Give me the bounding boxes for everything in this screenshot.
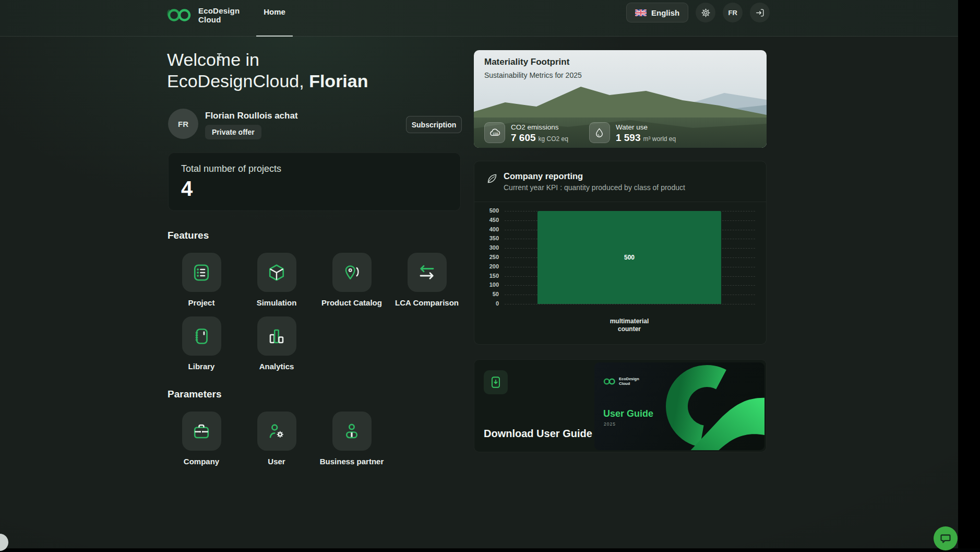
cover-brand-logo: EcoDesign Cloud xyxy=(603,377,639,386)
total-projects-label: Total number of projects xyxy=(181,163,281,174)
infinity-logo-icon xyxy=(166,6,193,25)
feature-library[interactable]: Library xyxy=(164,316,239,371)
stat-co2-emissions-text: CO2 emissions7 605kg CO2 eq xyxy=(511,123,568,143)
bar-multimaterial-counter: 500 xyxy=(537,211,721,304)
chat-bubble-icon xyxy=(939,532,952,545)
y-tick-400: 400 xyxy=(474,226,499,232)
brand-name: EcoDesign Cloud xyxy=(198,6,240,24)
feature-lca-comparison-label: LCA Comparison xyxy=(395,298,459,307)
materiality-footprint-card: Materiality Footprint Sustainability Met… xyxy=(474,50,767,148)
parameters-heading: Parameters xyxy=(168,389,222,400)
stat-co2-emissions: CO2CO2 emissions7 605kg CO2 eq xyxy=(484,122,568,143)
y-tick-0: 0 xyxy=(474,300,499,307)
feature-library-tile[interactable] xyxy=(182,316,221,356)
brand-logo[interactable]: EcoDesign Cloud xyxy=(166,6,240,25)
feature-analytics-label: Analytics xyxy=(259,362,294,371)
feature-simulation[interactable]: Simulation xyxy=(239,253,314,307)
product-catalog-tag-icon xyxy=(342,263,361,282)
header-actions: English FR xyxy=(626,3,770,22)
parameter-company-tile[interactable] xyxy=(182,412,221,451)
features-heading: Features xyxy=(168,230,209,241)
parameters-grid: CompanyUserBusiness partner xyxy=(164,412,389,466)
parameter-business-partner[interactable]: Business partner xyxy=(314,412,389,466)
feature-analytics[interactable]: Analytics xyxy=(239,316,314,371)
svg-text:CO2: CO2 xyxy=(493,132,498,135)
stat-water-use-unit: m³ world eq xyxy=(643,135,676,143)
co2-cloud-icon: CO2 xyxy=(489,127,501,139)
tab-home[interactable]: Home xyxy=(254,0,295,37)
stat-co2-emissions-unit: kg CO2 eq xyxy=(539,135,568,143)
download-user-guide-card[interactable]: Download User Guide xyxy=(474,359,767,452)
water-drop-icon xyxy=(593,127,605,139)
feature-product-catalog[interactable]: Product Catalog xyxy=(314,253,389,307)
y-tick-250: 250 xyxy=(474,254,499,260)
bar-chart: 050100150200250300350400450500500multima… xyxy=(474,161,766,344)
features-grid: ProjectSimulationProduct CatalogLCA Comp… xyxy=(164,253,464,371)
materiality-subtitle: Sustainability Metrics for 2025 xyxy=(484,71,582,79)
screen-edge-bottom xyxy=(0,548,980,552)
feature-lca-comparison-tile[interactable] xyxy=(408,253,447,292)
text-cursor xyxy=(219,53,220,61)
business-partner-icon xyxy=(342,422,361,441)
logout-icon xyxy=(755,8,765,18)
language-label: English xyxy=(651,8,679,17)
feature-simulation-label: Simulation xyxy=(257,298,297,307)
language-button[interactable]: English xyxy=(626,3,688,22)
y-tick-200: 200 xyxy=(474,263,499,269)
company-briefcase-icon xyxy=(192,422,211,441)
stat-co2-emissions-value-row: 7 605kg CO2 eq xyxy=(511,132,568,143)
total-projects-card: Total number of projects 4 xyxy=(168,152,461,211)
stat-co2-emissions-icon-tile: CO2 xyxy=(484,122,505,143)
stat-water-use-icon-tile xyxy=(589,122,610,143)
profile-name: Florian Roullois achat xyxy=(205,111,298,121)
y-tick-150: 150 xyxy=(474,273,499,279)
y-tick-50: 50 xyxy=(474,291,499,297)
top-nav-bar: EcoDesign Cloud Home English xyxy=(0,0,958,37)
settings-button[interactable] xyxy=(696,3,715,22)
offer-badge: Private offer xyxy=(205,125,261,139)
feature-simulation-tile[interactable] xyxy=(257,253,296,292)
stat-water-use-value: 1 593 xyxy=(616,132,641,143)
x-axis-label: multimaterialcounter xyxy=(537,318,721,333)
feature-project-tile[interactable] xyxy=(182,253,221,292)
user-gear-icon xyxy=(267,422,286,441)
y-tick-450: 450 xyxy=(474,217,499,223)
parameter-user-tile[interactable] xyxy=(257,412,296,451)
bar-value-label: 500 xyxy=(624,254,635,261)
user-guide-cover: EcoDesign Cloud User Guide 2025 xyxy=(594,362,764,450)
stat-water-use-label: Water use xyxy=(616,123,676,132)
project-list-icon xyxy=(192,263,211,282)
feature-project[interactable]: Project xyxy=(164,253,239,307)
parameter-company-label: Company xyxy=(184,457,219,466)
gear-icon xyxy=(701,8,711,18)
download-icon-tile xyxy=(484,370,508,394)
cover-brand-name: EcoDesign Cloud xyxy=(619,377,639,386)
parameter-business-partner-tile[interactable] xyxy=(332,412,372,451)
logout-button[interactable] xyxy=(750,3,770,22)
chat-widget-button[interactable] xyxy=(934,526,958,550)
y-tick-350: 350 xyxy=(474,235,499,241)
subscription-button[interactable]: Subscription xyxy=(406,116,462,133)
lca-comparison-arrows-icon xyxy=(417,263,436,282)
feature-library-label: Library xyxy=(188,362,215,371)
company-reporting-card: Company reporting Current year KPI : qua… xyxy=(474,161,767,345)
materiality-stats-bar: CO2CO2 emissions7 605kg CO2 eqWater use1… xyxy=(474,118,767,148)
feature-lca-comparison[interactable]: LCA Comparison xyxy=(389,253,464,307)
welcome-title: Welcome in EcoDesignCloud, Florian xyxy=(167,49,368,92)
parameter-user[interactable]: User xyxy=(239,412,314,466)
feature-product-catalog-label: Product Catalog xyxy=(321,298,382,307)
profile-initials-button[interactable]: FR xyxy=(723,3,743,22)
feature-analytics-tile[interactable] xyxy=(257,316,296,356)
infinity-logo-icon-small xyxy=(603,377,616,386)
parameter-company[interactable]: Company xyxy=(164,412,239,466)
stat-co2-emissions-value: 7 605 xyxy=(511,132,536,143)
ecodesign-cloud-app: EcoDesign Cloud Home English xyxy=(0,0,980,552)
welcome-user-name: Florian xyxy=(309,71,368,91)
y-tick-300: 300 xyxy=(474,244,499,251)
download-user-guide-label: Download User Guide xyxy=(484,428,592,440)
feature-product-catalog-tile[interactable] xyxy=(332,253,372,292)
download-file-icon xyxy=(489,375,503,389)
analytics-bars-icon xyxy=(267,327,286,346)
simulation-cube-icon xyxy=(267,263,286,282)
stat-water-use: Water use1 593m³ world eq xyxy=(589,122,676,143)
